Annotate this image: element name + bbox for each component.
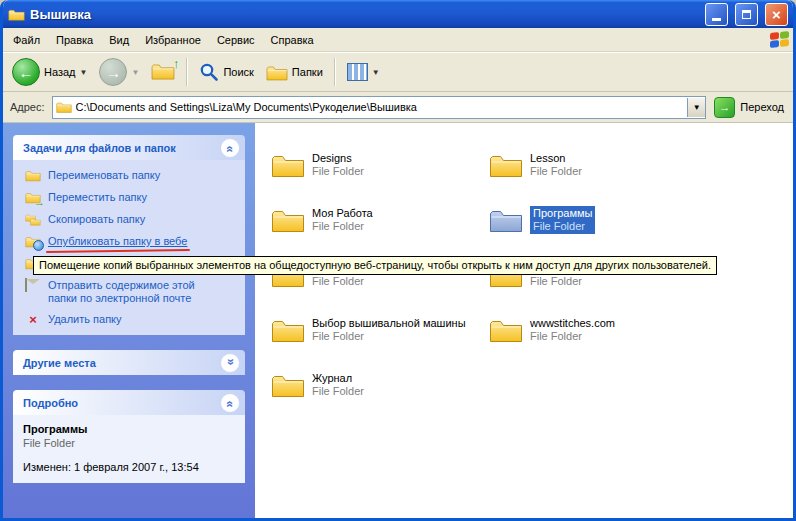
folder-icon <box>271 371 305 399</box>
back-button[interactable]: ← Назад ▼ <box>7 55 92 89</box>
details-folder-type: File Folder <box>23 437 239 449</box>
folder-icon <box>271 151 305 179</box>
maximize-button[interactable] <box>735 3 758 26</box>
file-folder-tasks-title: Задачи для файлов и папок <box>23 142 176 154</box>
task-email-folder[interactable]: Отправить содержимое этой папки по элект… <box>25 279 239 305</box>
forward-button[interactable]: → ▼ <box>94 55 144 89</box>
folder-vybor-mashiny[interactable]: Выбор вышивальной машиныFile Folder <box>271 302 489 357</box>
menu-view[interactable]: Вид <box>101 31 137 49</box>
chevron-up-icon: « <box>223 145 237 150</box>
back-icon: ← <box>12 58 40 86</box>
explorer-window: Вышивка × Файл Правка Вид Избранное Серв… <box>0 0 796 521</box>
address-dropdown-button[interactable]: ▼ <box>687 98 705 117</box>
menu-help[interactable]: Справка <box>263 31 322 49</box>
task-pane-sidebar: Задачи для файлов и папок « Переименоват… <box>3 123 255 518</box>
delete-x-icon: × <box>25 313 41 326</box>
menu-tools[interactable]: Сервис <box>209 31 263 49</box>
forward-dropdown-icon: ▼ <box>131 68 139 77</box>
folder-designs[interactable]: DesignsFile Folder <box>271 137 489 192</box>
window-title: Вышивка <box>30 7 698 22</box>
chevron-up-icon: « <box>223 400 237 405</box>
views-icon <box>347 63 368 81</box>
search-label: Поиск <box>223 66 253 78</box>
back-label: Назад <box>44 66 76 78</box>
window-folder-icon <box>8 7 25 22</box>
search-button[interactable]: Поиск <box>194 59 258 85</box>
folder-wwwstitches[interactable]: wwwstitches.comFile Folder <box>489 302 707 357</box>
details-folder-name: Программы <box>23 423 239 435</box>
maximize-icon <box>742 10 751 19</box>
details-modified-date: Изменен: 1 февраля 2007 г., 13:54 <box>23 461 239 473</box>
task-move-folder[interactable]: → Переместить папку <box>25 191 239 205</box>
folder-icon <box>271 206 305 234</box>
menu-favorites[interactable]: Избранное <box>137 31 209 49</box>
folder-programmy-selected[interactable]: ПрограммыFile Folder <box>489 192 707 247</box>
task-publish-folder-to-web[interactable]: Опубликовать папку в вебе <box>25 235 239 249</box>
close-button[interactable]: × <box>765 3 788 26</box>
other-places-panel: Другие места « <box>13 350 245 375</box>
other-places-header[interactable]: Другие места « <box>13 350 245 375</box>
publish-to-web-icon <box>25 235 41 249</box>
address-input[interactable]: C:\Documents and Settings\Liza\My Docume… <box>52 96 707 119</box>
details-header[interactable]: Подробно « <box>13 390 245 415</box>
up-button[interactable]: ↑ <box>146 58 180 86</box>
folder-view: DesignsFile Folder LessonFile Folder Моя… <box>255 123 793 518</box>
folder-icon <box>489 151 523 179</box>
expand-button[interactable]: « <box>220 353 240 373</box>
file-folder-tasks-panel: Задачи для файлов и папок « Переименоват… <box>13 135 245 335</box>
go-label: Переход <box>740 101 784 113</box>
views-button[interactable]: ▼ <box>342 60 385 84</box>
minimize-button[interactable] <box>705 3 728 26</box>
rename-folder-icon <box>25 169 41 183</box>
details-title: Подробно <box>23 397 78 409</box>
task-rename-folder[interactable]: Переименовать папку <box>25 169 239 183</box>
menu-bar: Файл Правка Вид Избранное Сервис Справка <box>3 28 793 52</box>
folder-icon <box>489 316 523 344</box>
back-dropdown-icon: ▼ <box>80 68 88 77</box>
standard-buttons-toolbar: ← Назад ▼ → ▼ ↑ Поиск Папки ▼ <box>3 52 793 92</box>
folder-lesson[interactable]: LessonFile Folder <box>489 137 707 192</box>
address-label: Адрес: <box>6 101 52 113</box>
folder-zhurnal[interactable]: ЖурналFile Folder <box>271 357 489 412</box>
address-folder-icon <box>56 100 72 114</box>
title-bar: Вышивка × <box>3 0 793 28</box>
folder-moya-rabota[interactable]: Моя РаботаFile Folder <box>271 192 489 247</box>
views-dropdown-icon: ▼ <box>372 68 380 77</box>
selected-folder-labels: ПрограммыFile Folder <box>530 206 595 234</box>
selected-folder-icon <box>489 206 523 234</box>
menu-edit[interactable]: Правка <box>48 31 101 49</box>
details-panel: Подробно « Программы File Folder Изменен… <box>13 390 245 483</box>
windows-logo-icon <box>770 31 789 48</box>
address-bar: Адрес: C:\Documents and Settings\Liza\My… <box>3 92 793 123</box>
tooltip: Помещение копий выбранных элементов на о… <box>33 256 717 275</box>
collapse-button[interactable]: « <box>220 393 240 413</box>
content-area: Задачи для файлов и папок « Переименоват… <box>3 123 793 518</box>
task-copy-folder[interactable]: Скопировать папку <box>25 213 239 227</box>
file-folder-tasks-body: Переименовать папку → Переместить папку … <box>13 160 245 335</box>
go-button[interactable]: → Переход <box>706 97 790 118</box>
folders-label: Папки <box>292 66 323 78</box>
copy-folder-icon <box>25 213 41 227</box>
toolbar-separator <box>186 58 188 86</box>
toolbar-separator <box>334 58 336 86</box>
address-value: C:\Documents and Settings\Liza\My Docume… <box>76 101 684 113</box>
collapse-button[interactable]: « <box>220 138 240 158</box>
close-icon: × <box>772 7 781 22</box>
up-arrow-icon: ↑ <box>173 56 180 71</box>
forward-icon: → <box>99 58 127 86</box>
up-folder-icon: ↑ <box>151 61 175 83</box>
folders-button[interactable]: Папки <box>261 60 328 85</box>
red-underline-annotation <box>46 249 190 253</box>
email-icon <box>25 279 41 293</box>
go-arrow-icon: → <box>714 97 735 118</box>
chevron-down-icon: « <box>223 360 237 365</box>
menu-file[interactable]: Файл <box>5 31 48 49</box>
task-delete-folder[interactable]: × Удалить папку <box>25 313 239 326</box>
globe-icon <box>33 240 44 251</box>
other-places-title: Другие места <box>23 357 96 369</box>
minimize-icon <box>712 18 721 21</box>
file-folder-tasks-header[interactable]: Задачи для файлов и папок « <box>13 135 245 160</box>
search-icon <box>199 62 219 82</box>
details-body: Программы File Folder Изменен: 1 февраля… <box>13 415 245 483</box>
folder-icon <box>271 316 305 344</box>
